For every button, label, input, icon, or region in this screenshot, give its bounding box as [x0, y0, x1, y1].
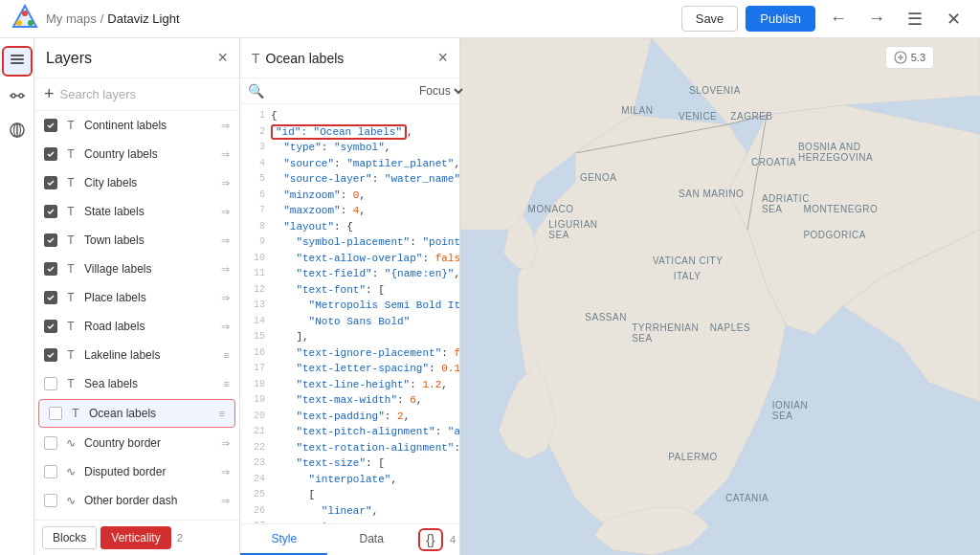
- layer-action-icon[interactable]: ⇒: [221, 148, 230, 161]
- layer-checkbox[interactable]: [44, 291, 57, 304]
- layer-name-label: Other border dash: [84, 494, 215, 507]
- layer-item[interactable]: TRoad labels⇒: [34, 312, 239, 341]
- layer-type-icon: T: [63, 262, 78, 276]
- code-line: 22 "text-rotation-alignment": "auto",: [240, 440, 459, 456]
- svg-rect-5: [11, 58, 24, 60]
- layer-name-label: City labels: [84, 176, 215, 189]
- layer-item[interactable]: TState labels⇒: [34, 197, 239, 226]
- layer-action-icon[interactable]: ⇒: [221, 321, 230, 333]
- layer-item[interactable]: TTown labels⇒: [34, 226, 239, 255]
- layer-action-icon[interactable]: ≡: [224, 378, 230, 389]
- code-line: 24 "interpolate",: [240, 472, 459, 488]
- tab-style[interactable]: Style: [240, 524, 327, 555]
- code-line: 14 "Noto Sans Bold": [240, 314, 459, 330]
- layer-checkbox[interactable]: [44, 119, 57, 132]
- svg-point-4: [28, 20, 33, 26]
- page-title: Dataviz Light: [107, 11, 179, 26]
- code-search-input[interactable]: [268, 84, 412, 98]
- layer-name-label: Ocean labels: [89, 407, 213, 420]
- layer-action-icon[interactable]: ⇒: [221, 177, 230, 189]
- layer-item[interactable]: ∿Other border dash⇒: [34, 486, 239, 515]
- map-area[interactable]: SLOVENIAZagrebCROATIAMilanVeniceGenoaSAN…: [460, 38, 980, 555]
- layer-action-icon[interactable]: ⇒: [221, 466, 230, 478]
- layer-checkbox[interactable]: [44, 436, 57, 450]
- verticality-button[interactable]: Verticality: [100, 526, 170, 549]
- layer-type-icon: T: [63, 377, 78, 390]
- layer-action-icon[interactable]: ≡: [224, 349, 230, 361]
- breadcrumb: My maps / Dataviz Light: [46, 11, 180, 26]
- layers-close-button[interactable]: ×: [217, 48, 228, 68]
- layer-action-icon[interactable]: ⇒: [221, 234, 230, 247]
- layer-checkbox[interactable]: [44, 233, 57, 247]
- code-content: 1{2"id": "Ocean labels",3 "type": "symbo…: [240, 104, 459, 523]
- layer-item[interactable]: TCountry labels⇒: [34, 140, 239, 168]
- layer-checkbox[interactable]: [44, 147, 57, 161]
- layers-icon-button[interactable]: [2, 46, 33, 77]
- code-line: 12 "text-font": [: [240, 282, 459, 299]
- layer-checkbox[interactable]: [44, 465, 57, 478]
- layer-type-icon: T: [63, 147, 78, 161]
- layer-item[interactable]: TPlace labels⇒: [34, 283, 239, 312]
- layer-type-icon: T: [63, 233, 78, 247]
- code-line: 13 "Metropolis Semi Bold Italic",: [240, 298, 459, 314]
- layer-checkbox[interactable]: [44, 262, 57, 276]
- layer-item[interactable]: TContinent labels⇒: [34, 111, 239, 140]
- layer-action-icon[interactable]: ⇒: [221, 292, 230, 304]
- add-layer-button[interactable]: +: [44, 84, 55, 104]
- layer-type-icon: ∿: [63, 465, 78, 478]
- svg-point-3: [16, 20, 22, 26]
- layer-action-icon[interactable]: ⇒: [221, 206, 230, 218]
- layer-name-label: Village labels: [84, 262, 215, 276]
- layer-action-icon[interactable]: ≡: [219, 408, 225, 419]
- layer-checkbox[interactable]: [44, 377, 57, 390]
- code-line: 18 "text-line-height": 1.2,: [240, 377, 459, 393]
- layer-type-icon: T: [63, 320, 78, 333]
- layer-item[interactable]: TOcean labels≡: [38, 399, 235, 428]
- layer-action-icon[interactable]: ⇒: [221, 437, 230, 450]
- layer-type-icon: ∿: [63, 436, 78, 450]
- layer-item[interactable]: TCity labels⇒: [34, 168, 239, 197]
- search-layers-input[interactable]: [60, 87, 230, 101]
- code-focus-select[interactable]: Focus: [415, 83, 466, 99]
- layers-header: Layers ×: [34, 38, 239, 78]
- forward-button[interactable]: →: [861, 4, 892, 34]
- svg-rect-6: [11, 62, 24, 64]
- layer-checkbox[interactable]: [49, 407, 62, 420]
- layer-item[interactable]: TVillage labels⇒: [34, 255, 239, 283]
- layer-checkbox[interactable]: [44, 320, 57, 333]
- tab-data[interactable]: Data: [327, 524, 414, 555]
- publish-button[interactable]: Publish: [746, 6, 815, 32]
- code-panel: T Ocean labels × 🔍 Focus 1{2"id": "Ocean…: [240, 38, 460, 555]
- layer-action-icon[interactable]: ⇒: [221, 120, 230, 132]
- blocks-button[interactable]: Blocks: [42, 526, 97, 549]
- tab-json-icon[interactable]: {}: [415, 524, 446, 555]
- layer-checkbox[interactable]: [44, 176, 57, 189]
- code-line: 10 "text-allow-overlap": false,: [240, 251, 459, 267]
- svg-point-9: [19, 94, 23, 98]
- layer-checkbox[interactable]: [44, 494, 57, 507]
- layer-action-icon[interactable]: ⇒: [221, 495, 230, 507]
- breadcrumb-link[interactable]: My maps: [46, 11, 97, 26]
- layer-item[interactable]: ∿Country border⇒: [34, 429, 239, 457]
- save-button[interactable]: Save: [681, 6, 739, 32]
- layer-name-label: Continent labels: [84, 119, 215, 132]
- layer-item[interactable]: TLakeline labels≡: [34, 341, 239, 369]
- back-button[interactable]: ←: [823, 4, 854, 34]
- code-line: 11 "text-field": "{name:en}",: [240, 266, 459, 282]
- layer-name-label: Sea labels: [84, 377, 218, 390]
- code-header: T Ocean labels ×: [240, 38, 459, 78]
- layer-checkbox[interactable]: [44, 205, 57, 218]
- menu-button[interactable]: ☰: [900, 4, 930, 34]
- style-icon-button[interactable]: [2, 80, 33, 111]
- layer-type-icon: T: [63, 348, 78, 362]
- close-button[interactable]: ✕: [938, 4, 969, 34]
- layer-checkbox[interactable]: [44, 348, 57, 362]
- code-panel-close-button[interactable]: ×: [437, 48, 448, 68]
- map-zoom-control: 5.3: [885, 46, 934, 69]
- layer-item[interactable]: ∿Disputed border⇒: [34, 457, 239, 486]
- code-line: 1{: [240, 108, 459, 124]
- data-icon-button[interactable]: [2, 115, 33, 145]
- layer-action-icon[interactable]: ⇒: [221, 263, 230, 276]
- code-line: 2"id": "Ocean labels",: [240, 124, 459, 141]
- layer-item[interactable]: TSea labels≡: [34, 369, 239, 398]
